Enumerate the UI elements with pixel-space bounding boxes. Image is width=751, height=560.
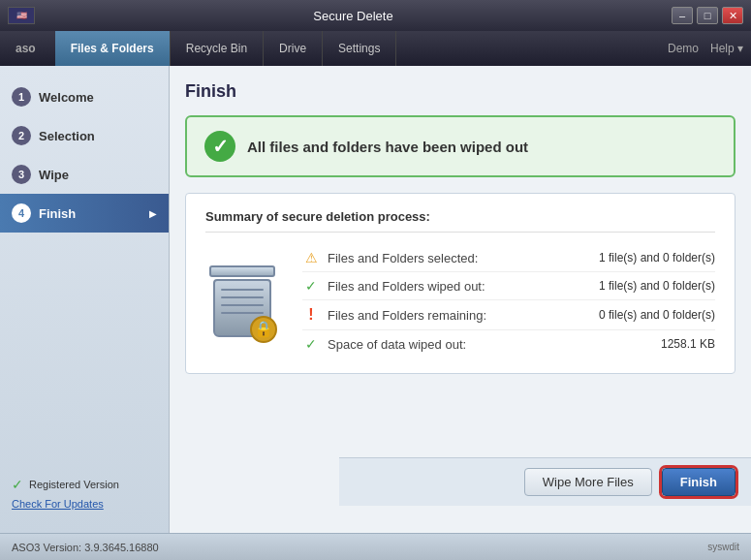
tab-drive[interactable]: Drive [264,31,323,66]
table-row: ! Files and Folders remaining: 0 file(s)… [302,300,715,330]
page-title: Finish [185,81,735,102]
registered-version: ✓ Registered Version [12,477,157,492]
app-logo: aso [8,42,44,55]
table-row: ✓ Space of data wiped out: 1258.1 KB [302,330,715,358]
summary-box: Summary of secure deletion process: [185,193,735,374]
sidebar-label-welcome: Welcome [39,90,94,105]
watermark: syswdit [707,542,739,552]
summary-rows: ⚠ Files and Folders selected: 1 file(s) … [302,244,715,358]
summary-title: Summary of secure deletion process: [205,209,715,233]
shredder-graphic: 🔒 [205,244,283,358]
footer: ASO3 Version: 3.9.3645.16880 syswdit [0,533,751,560]
main-layout: 1 Welcome 2 Selection 3 Wipe 4 Finish ▶ … [0,66,751,533]
sidebar-label-finish: Finish [39,206,76,221]
titlebar-flag: 🇺🇸 [8,7,35,24]
check-icon-space: ✓ [302,336,320,352]
sidebar-item-welcome[interactable]: 1 Welcome [0,78,169,116]
sidebar-item-finish[interactable]: 4 Finish ▶ [0,194,169,233]
summary-content: 🔒 ⚠ Files and Folders selected: 1 file(s… [205,244,715,358]
error-icon: ! [302,306,320,324]
registered-icon: ✓ [12,477,23,492]
success-icon: ✓ [204,131,235,162]
navbar: aso Files & Folders Recycle Bin Drive Se… [0,31,751,66]
minimize-button[interactable]: – [672,7,693,24]
tab-recycle-bin[interactable]: Recycle Bin [171,31,264,66]
table-row: ✓ Files and Folders wiped out: 1 file(s)… [302,272,715,300]
titlebar-title: Secure Delete [35,9,672,23]
row-value-remaining: 0 file(s) and 0 folder(s) [599,308,715,322]
row-label-remaining: Files and Folders remaining: [328,308,591,323]
demo-button[interactable]: Demo [668,42,699,55]
navbar-right: Demo Help ▾ [668,42,743,55]
success-message: All files and folders have been wiped ou… [247,139,528,155]
finish-button[interactable]: Finish [662,468,735,496]
close-button[interactable]: ✕ [722,7,743,24]
row-value-space: 1258.1 KB [661,337,715,351]
sidebar-bottom: ✓ Registered Version Check For Updates [0,465,169,521]
sidebar-label-selection: Selection [39,129,95,143]
help-button[interactable]: Help ▾ [710,42,743,55]
window-controls: – □ ✕ [672,7,743,24]
tab-files-folders[interactable]: Files & Folders [55,31,171,66]
version-text: ASO3 Version: 3.9.3645.16880 [12,542,159,553]
check-icon: ✓ [302,278,320,294]
table-row: ⚠ Files and Folders selected: 1 file(s) … [302,244,715,272]
sidebar-label-wipe: Wipe [39,168,69,182]
sidebar-arrow-finish: ▶ [149,208,157,219]
bin-lid [209,265,275,277]
sidebar-item-selection[interactable]: 2 Selection [0,116,169,155]
step-number-welcome: 1 [12,87,31,107]
row-value-selected: 1 file(s) and 0 folder(s) [599,251,715,264]
row-value-wiped: 1 file(s) and 0 folder(s) [599,279,715,293]
lock-badge: 🔒 [250,316,277,343]
tab-settings[interactable]: Settings [323,31,396,66]
step-number-wipe: 3 [12,165,31,184]
step-number-finish: 4 [12,203,31,223]
success-banner: ✓ All files and folders have been wiped … [185,115,735,177]
warning-icon: ⚠ [302,250,320,265]
maximize-button[interactable]: □ [697,7,718,24]
row-label-wiped: Files and Folders wiped out: [328,279,591,294]
check-updates-link[interactable]: Check For Updates [12,498,157,510]
row-label-space: Space of data wiped out: [328,337,653,352]
bin-body: 🔒 [213,279,271,337]
nav-tabs: Files & Folders Recycle Bin Drive Settin… [55,31,397,66]
bottom-action-bar: Wipe More Files Finish [339,457,751,506]
step-number-selection: 2 [12,126,31,145]
titlebar: 🇺🇸 Secure Delete – □ ✕ [0,0,751,31]
sidebar-item-wipe[interactable]: 3 Wipe [0,155,169,194]
content-wrapper: Finish ✓ All files and folders have been… [170,66,751,533]
row-label-selected: Files and Folders selected: [328,251,591,265]
sidebar: 1 Welcome 2 Selection 3 Wipe 4 Finish ▶ … [0,66,170,533]
wipe-more-button[interactable]: Wipe More Files [524,468,652,496]
